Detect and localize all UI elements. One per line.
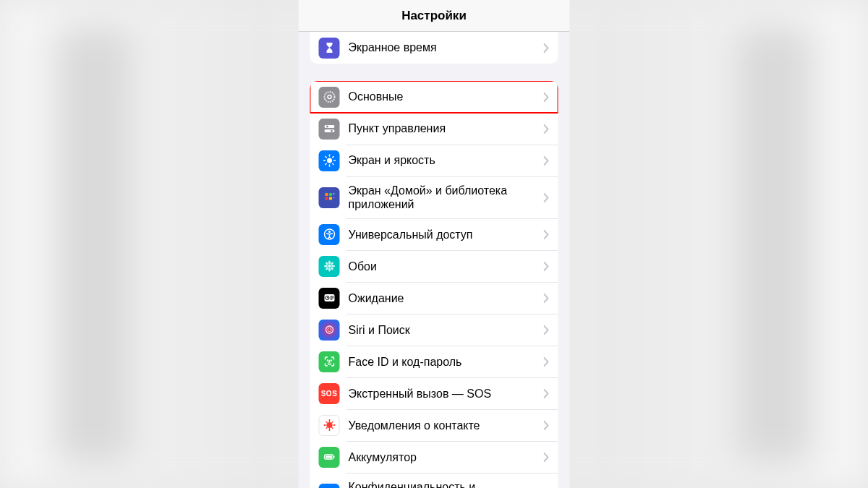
chevron-right-icon <box>544 453 550 462</box>
app-grid-icon <box>319 187 340 208</box>
siri-icon <box>319 320 340 341</box>
svg-point-29 <box>330 267 333 270</box>
chevron-right-icon <box>544 124 550 134</box>
svg-rect-38 <box>330 299 332 300</box>
svg-rect-15 <box>325 193 328 196</box>
svg-point-31 <box>325 267 328 270</box>
chevron-right-icon <box>544 357 550 367</box>
svg-rect-57 <box>326 456 332 458</box>
svg-point-40 <box>328 328 331 332</box>
svg-line-13 <box>332 157 333 158</box>
svg-point-22 <box>328 231 331 233</box>
row-label: Ожидание <box>349 288 540 308</box>
chevron-right-icon <box>544 193 550 202</box>
row-privacy-security[interactable]: Конфиденциальность и безопасность <box>310 473 558 488</box>
chevron-right-icon <box>544 294 550 303</box>
svg-point-26 <box>324 265 328 267</box>
svg-point-27 <box>331 265 335 267</box>
sos-icon: SOS <box>319 383 340 404</box>
chevron-right-icon <box>544 325 550 335</box>
row-emergency-sos[interactable]: SOS Экстренный вызов — SOS <box>310 377 558 409</box>
svg-rect-58 <box>333 456 335 458</box>
chevron-right-icon <box>544 156 550 166</box>
battery-icon <box>319 447 340 468</box>
sun-icon <box>319 150 340 171</box>
row-exposure-notifications[interactable]: Уведомления о контакте <box>310 409 558 441</box>
svg-point-39 <box>326 326 333 333</box>
svg-point-55 <box>333 424 335 426</box>
svg-point-43 <box>326 422 332 428</box>
row-label: Экран «Домой» и библиотека приложений <box>349 181 540 214</box>
svg-point-54 <box>323 424 325 426</box>
svg-line-49 <box>331 427 333 429</box>
chevron-right-icon <box>544 389 550 398</box>
svg-line-48 <box>326 421 327 423</box>
row-face-id[interactable]: Face ID и код-пароль <box>310 346 558 377</box>
toggles-icon <box>319 119 340 140</box>
svg-rect-37 <box>330 298 333 299</box>
hourglass-icon <box>319 38 340 59</box>
svg-point-4 <box>326 126 328 128</box>
svg-rect-36 <box>330 296 333 297</box>
row-siri-search[interactable]: Siri и Поиск <box>310 314 558 346</box>
row-home-screen[interactable]: Экран «Домой» и библиотека приложений <box>310 176 558 218</box>
svg-point-53 <box>328 429 330 431</box>
svg-point-23 <box>328 265 331 267</box>
svg-point-52 <box>328 419 330 421</box>
svg-rect-16 <box>329 193 332 196</box>
svg-point-0 <box>324 92 334 102</box>
svg-point-24 <box>328 261 331 265</box>
row-label: Конфиденциальность и безопасность <box>349 477 540 488</box>
row-label: Пункт управления <box>349 119 540 138</box>
svg-line-14 <box>326 163 326 164</box>
row-general[interactable]: Основные <box>310 81 558 113</box>
svg-rect-20 <box>333 197 334 199</box>
chevron-right-icon <box>544 262 550 271</box>
hand-icon <box>319 484 340 488</box>
row-control-center[interactable]: Пункт управления <box>310 113 558 145</box>
chevron-right-icon <box>544 93 550 102</box>
svg-line-12 <box>332 163 333 164</box>
settings-group-2: Основные Пункт управления Экран и ярко <box>310 81 558 488</box>
settings-screen: Настройки Экранное время Основные <box>299 0 570 488</box>
row-label: Siri и Поиск <box>349 320 540 340</box>
chevron-right-icon <box>544 421 550 430</box>
accessibility-icon <box>319 224 340 245</box>
svg-point-42 <box>331 360 331 361</box>
row-accessibility[interactable]: Универсальный доступ <box>310 218 558 250</box>
svg-point-1 <box>328 95 331 99</box>
row-screen-time[interactable]: Экранное время <box>310 32 558 64</box>
svg-point-41 <box>327 360 328 361</box>
svg-rect-17 <box>325 197 328 200</box>
svg-rect-2 <box>324 125 334 128</box>
face-id-icon <box>319 351 340 372</box>
svg-line-11 <box>326 157 326 158</box>
navbar: Настройки <box>299 0 570 32</box>
row-label: Основные <box>349 87 540 106</box>
row-label: Обои <box>349 257 540 276</box>
row-label: Экстренный вызов — SOS <box>349 384 540 403</box>
svg-point-28 <box>325 262 328 265</box>
page-title: Настройки <box>401 9 467 23</box>
row-label: Аккумулятор <box>349 448 540 467</box>
row-display-brightness[interactable]: Экран и яркость <box>310 145 558 176</box>
svg-point-25 <box>328 268 331 272</box>
virus-icon <box>319 415 340 436</box>
row-standby[interactable]: Ожидание <box>310 282 558 314</box>
row-wallpaper[interactable]: Обои <box>310 250 558 282</box>
chevron-right-icon <box>544 43 550 53</box>
row-battery[interactable]: Аккумулятор <box>310 441 558 473</box>
row-label: Face ID и код-пароль <box>349 352 540 372</box>
flower-icon <box>319 256 340 277</box>
svg-rect-18 <box>329 197 332 200</box>
svg-line-51 <box>326 427 327 429</box>
gear-icon <box>319 87 340 108</box>
svg-rect-3 <box>324 129 334 132</box>
row-label: Универсальный доступ <box>349 225 540 244</box>
settings-group-1: Экранное время <box>310 32 558 64</box>
settings-content: Экранное время Основные Пун <box>299 32 570 488</box>
svg-line-50 <box>331 421 333 423</box>
svg-point-5 <box>331 130 333 132</box>
svg-rect-19 <box>333 193 334 194</box>
row-label: Экранное время <box>349 38 540 57</box>
